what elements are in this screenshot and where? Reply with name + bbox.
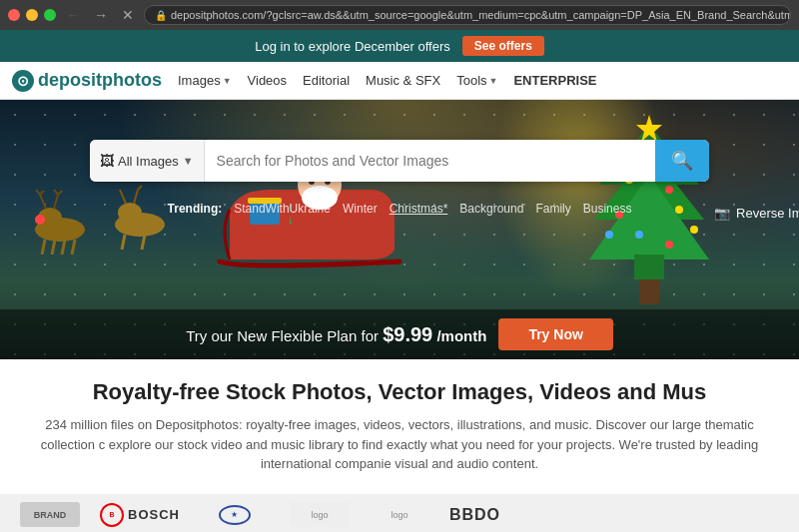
trending-item-2[interactable]: Christmas* — [390, 202, 448, 216]
address-bar[interactable]: 🔒 depositphotos.com/?gclsrc=aw.ds&&utm_s… — [144, 5, 791, 25]
svg-line-33 — [122, 235, 125, 250]
logo-icon: ⊙ — [12, 70, 34, 92]
trending-bar: Trending: StandWithUkraine Winter Christ… — [168, 202, 632, 216]
logo[interactable]: ⊙ depositphotos — [12, 70, 162, 92]
svg-rect-0 — [639, 279, 659, 304]
category-label: All Images — [118, 154, 179, 169]
svg-line-26 — [72, 240, 75, 255]
see-offers-button[interactable]: See offers — [462, 36, 544, 56]
svg-line-34 — [142, 235, 145, 250]
partners-bar: BRAND B BOSCH ★ logo logo BBDO — [0, 494, 799, 533]
trending-item-5[interactable]: Business — [583, 202, 632, 216]
nav-item-tools[interactable]: Tools ▼ — [456, 73, 497, 88]
svg-rect-4 — [634, 255, 664, 279]
nav-item-images[interactable]: Images ▼ — [178, 73, 232, 88]
svg-line-22 — [58, 191, 62, 195]
lock-icon: 🔒 — [155, 10, 167, 21]
reverse-image-search[interactable]: 📷 Reverse Image Search — [714, 192, 799, 234]
content-title: Royalty-free Stock Photos, Vector Images… — [40, 379, 759, 405]
trending-item-4[interactable]: Family — [535, 202, 570, 216]
browser-refresh-button[interactable]: ✕ — [118, 7, 138, 23]
svg-point-12 — [690, 226, 698, 234]
search-overlay: 🖼 All Images ▼ 🔍 📷 Reverse Image Search … — [90, 140, 709, 216]
partner-logo-3: logo — [290, 502, 350, 527]
browser-close-button[interactable] — [8, 9, 20, 21]
trending-item-0[interactable]: StandWithUkraine — [234, 202, 331, 216]
svg-line-23 — [42, 240, 45, 255]
svg-point-27 — [35, 215, 45, 225]
category-select[interactable]: 🖼 All Images ▼ — [90, 140, 205, 182]
search-bar: 🖼 All Images ▼ 🔍 — [90, 140, 709, 182]
browser-maximize-button[interactable] — [44, 9, 56, 21]
svg-line-24 — [52, 240, 55, 255]
plan-banner: Try our New Flexible Plan for $9.99 /mon… — [0, 309, 799, 359]
partner-logo-1: BRAND — [20, 502, 80, 527]
svg-line-17 — [40, 195, 46, 209]
logo-text: depositphotos — [38, 70, 162, 91]
svg-point-11 — [665, 241, 673, 249]
nav-item-videos[interactable]: Videos — [248, 73, 288, 88]
chevron-down-icon: ▼ — [183, 155, 194, 167]
partner-bosch: B BOSCH — [100, 503, 180, 527]
trending-label: Trending: — [168, 202, 223, 216]
search-input[interactable] — [205, 140, 655, 182]
try-now-button[interactable]: Try Now — [498, 318, 612, 350]
svg-line-25 — [62, 240, 65, 255]
partner-bbdo: BBDO — [449, 506, 500, 524]
chevron-down-icon: ▼ — [489, 76, 498, 86]
trending-item-3[interactable]: Background — [459, 202, 523, 216]
partner-logo-4: logo — [370, 502, 429, 527]
browser-back-button[interactable]: ← — [62, 7, 84, 23]
svg-line-20 — [54, 195, 58, 209]
camera-icon: 📷 — [714, 206, 730, 221]
browser-forward-button[interactable]: → — [90, 7, 112, 23]
trending-item-1[interactable]: Winter — [343, 202, 378, 216]
top-bar: Log in to explore December offers See of… — [0, 30, 799, 62]
browser-chrome: ← → ✕ 🔒 depositphotos.com/?gclsrc=aw.ds&… — [0, 0, 799, 30]
svg-point-13 — [605, 231, 613, 239]
content-description: 234 million files on Depositphotos: roya… — [40, 415, 759, 474]
address-text: depositphotos.com/?gclsrc=aw.ds&&utm_sou… — [171, 9, 791, 21]
search-button[interactable]: 🔍 — [655, 140, 709, 182]
browser-minimize-button[interactable] — [26, 9, 38, 21]
plan-text: Try our New Flexible Plan for $9.99 /mon… — [186, 323, 486, 346]
nav-item-music[interactable]: Music & SFX — [366, 73, 440, 88]
chevron-down-icon: ▼ — [223, 76, 232, 86]
search-icon: 🔍 — [671, 151, 693, 171]
svg-point-10 — [635, 231, 643, 239]
partner-subaru: ★ — [200, 502, 270, 527]
hero-section: 🖼 All Images ▼ 🔍 📷 Reverse Image Search … — [0, 100, 799, 359]
topbar-message: Log in to explore December offers — [255, 39, 450, 54]
nav-item-enterprise[interactable]: ENTERPRISE — [513, 73, 596, 88]
content-section: Royalty-free Stock Photos, Vector Images… — [0, 359, 799, 494]
nav-bar: ⊙ depositphotos Images ▼ Videos Editoria… — [0, 62, 799, 100]
nav-item-editorial[interactable]: Editorial — [303, 73, 350, 88]
svg-line-19 — [40, 191, 44, 195]
